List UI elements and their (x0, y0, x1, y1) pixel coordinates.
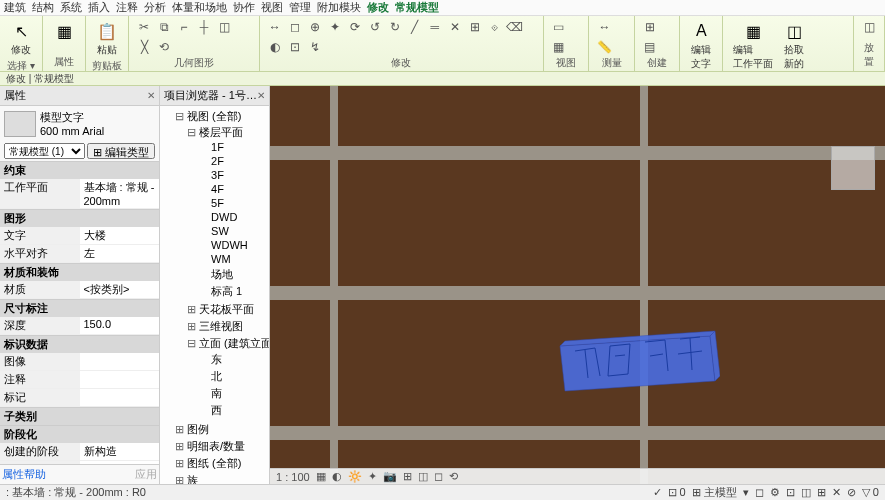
type-selector[interactable]: 模型文字 600 mm Arial (0, 106, 159, 141)
ribbon-icon[interactable]: ✂ (135, 18, 153, 36)
prop-section-材质和装饰[interactable]: 材质和装饰 (0, 263, 159, 281)
prop-section-阶段化[interactable]: 阶段化 (0, 425, 159, 443)
ribbon-icon[interactable]: ◻ (286, 18, 304, 36)
tree-node[interactable]: ⊞ 族 (174, 472, 267, 484)
tree-node[interactable]: 4F (198, 182, 267, 196)
viewport-canvas[interactable] (270, 86, 885, 484)
status-icon[interactable]: ⊡ (786, 486, 795, 499)
menu-结构[interactable]: 结构 (32, 0, 54, 15)
ribbon-icon[interactable]: ⊞ (466, 18, 484, 36)
ribbon-btn[interactable]: 📋粘贴 (92, 18, 122, 59)
ribbon-btn[interactable]: ↖修改 (6, 18, 36, 59)
ribbon-icon[interactable]: ╱ (406, 18, 424, 36)
menu-修改[interactable]: 修改 (367, 0, 389, 15)
menu-建筑[interactable]: 建筑 (4, 0, 26, 15)
ribbon-btn[interactable]: ▦编辑工作平面 (729, 18, 777, 73)
ribbon-icon[interactable]: 📏 (595, 38, 613, 56)
ribbon-icon[interactable]: ═ (426, 18, 444, 36)
tree-toggle-icon[interactable]: ⊞ (174, 423, 184, 436)
viewctrl-icon[interactable]: ◫ (418, 470, 428, 483)
category-select[interactable]: 常规模型 (1) (4, 143, 85, 159)
tree-node[interactable]: 标高 1 (198, 283, 267, 300)
ribbon-icon[interactable]: ◫ (215, 18, 233, 36)
tree-node[interactable]: ⊞ 图例 (174, 421, 267, 438)
tree-node[interactable]: SW (198, 224, 267, 238)
prop-value[interactable] (80, 371, 160, 388)
tree-node[interactable]: WM (198, 252, 267, 266)
status-icon[interactable]: ✕ (832, 486, 841, 499)
menu-管理[interactable]: 管理 (289, 0, 311, 15)
tree-node[interactable]: ⊞ 明细表/数量 (174, 438, 267, 455)
prop-value[interactable]: 大楼 (80, 227, 160, 244)
viewctrl-icon[interactable]: ◻ (434, 470, 443, 483)
tree-node[interactable]: 3F (198, 168, 267, 182)
tree-node[interactable]: 2F (198, 154, 267, 168)
tree-node[interactable]: WDWH (198, 238, 267, 252)
ribbon-icon[interactable]: ▭ (550, 18, 568, 36)
status-icon[interactable]: ⊡ 0 (668, 486, 686, 499)
tree-toggle-icon[interactable]: ⊞ (174, 440, 184, 453)
tree-node[interactable]: 1F (198, 140, 267, 154)
ribbon-icon[interactable]: ⌐ (175, 18, 193, 36)
tree-node[interactable]: 场地 (198, 266, 267, 283)
ribbon-icon[interactable]: ✦ (326, 18, 344, 36)
tree-node[interactable]: 南 (198, 385, 267, 402)
ribbon-icon[interactable]: ▦ (550, 38, 568, 56)
tree-node[interactable]: DWD (198, 210, 267, 224)
ribbon-icon[interactable]: ↻ (386, 18, 404, 36)
viewctrl-icon[interactable]: ◐ (332, 470, 342, 483)
status-icon[interactable]: ⚙ (770, 486, 780, 499)
tree-node[interactable]: ⊟ 楼层平面 1F 2F 3F 4F 5F DWD SW WDWH WM 场地 … (186, 124, 267, 301)
menu-系统[interactable]: 系统 (60, 0, 82, 15)
menu-分析[interactable]: 分析 (144, 0, 166, 15)
viewport[interactable]: 1 : 100▦◐🔆✦📷⊞◫◻⟲ (270, 86, 885, 484)
prop-value[interactable] (80, 389, 160, 406)
tree-toggle-icon[interactable]: ⊞ (174, 474, 184, 484)
ribbon-icon[interactable]: ⊕ (306, 18, 324, 36)
tree-node[interactable]: 北 (198, 368, 267, 385)
ribbon-icon[interactable]: ↔ (266, 18, 284, 36)
menu-插入[interactable]: 插入 (88, 0, 110, 15)
status-icon[interactable]: ✓ (653, 486, 662, 499)
menu-附加模块[interactable]: 附加模块 (317, 0, 361, 15)
ribbon-btn[interactable]: A编辑文字 (686, 18, 716, 73)
tree-toggle-icon[interactable]: ⊟ (186, 126, 196, 139)
ribbon-icon[interactable]: ⟳ (346, 18, 364, 36)
tree-node[interactable]: ⊞ 图纸 (全部) (174, 455, 267, 472)
viewctrl-icon[interactable]: ⊞ (403, 470, 412, 483)
status-icon[interactable]: ◫ (801, 486, 811, 499)
prop-section-图形[interactable]: 图形 (0, 209, 159, 227)
ribbon-icon[interactable]: ◐ (266, 38, 284, 56)
close-icon[interactable]: ✕ (257, 90, 265, 101)
status-icon[interactable]: ⊘ (847, 486, 856, 499)
prop-section-尺寸标注[interactable]: 尺寸标注 (0, 299, 159, 317)
viewctrl-icon[interactable]: ▦ (316, 470, 326, 483)
tree-toggle-icon[interactable]: ⊟ (174, 110, 184, 123)
ribbon-icon[interactable]: ┼ (195, 18, 213, 36)
tree-node[interactable]: 东 (198, 351, 267, 368)
ribbon-icon[interactable]: ⌫ (506, 18, 524, 36)
ribbon-icon[interactable]: ⊞ (641, 18, 659, 36)
ribbon-icon[interactable]: ✕ (446, 18, 464, 36)
view-cube[interactable] (831, 146, 875, 190)
ribbon-icon[interactable]: ╳ (135, 38, 153, 56)
tree-node[interactable]: ⊟ 立面 (建筑立面) 东 北 南 西 (186, 335, 267, 420)
tree-node[interactable]: ⊞ 天花板平面 (186, 301, 267, 318)
ribbon-icon[interactable]: ⧉ (155, 18, 173, 36)
viewctrl-icon[interactable]: ⟲ (449, 470, 458, 483)
prop-value[interactable]: 基本墙 : 常规 - 200mm (80, 179, 160, 208)
ribbon-icon[interactable]: ⟲ (155, 38, 173, 56)
prop-value[interactable] (80, 353, 160, 370)
selected-model-text[interactable] (550, 326, 720, 396)
tree-node[interactable]: 西 (198, 402, 267, 419)
prop-value[interactable]: 新构造 (80, 443, 160, 460)
ribbon-btn[interactable]: ◫拾取新的 (779, 18, 809, 73)
tree-node[interactable]: 5F (198, 196, 267, 210)
ribbon-btn[interactable]: ▦ (49, 18, 79, 45)
tree-node[interactable]: ⊞ 三维视图 (186, 318, 267, 335)
menu-常规模型[interactable]: 常规模型 (395, 0, 439, 15)
tree-toggle-icon[interactable]: ⊟ (186, 337, 196, 350)
tree-toggle-icon[interactable]: ⊞ (174, 457, 184, 470)
apply-button[interactable]: 应用 (135, 467, 157, 482)
prop-value[interactable]: 左 (80, 245, 160, 262)
